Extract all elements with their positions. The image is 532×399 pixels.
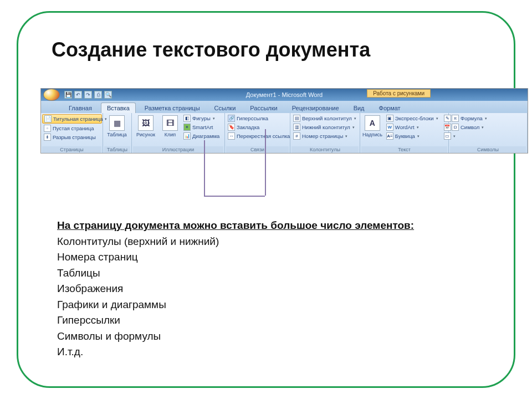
bookmark-button[interactable]: 🔖 Закладка <box>226 123 291 131</box>
table-label: Таблица <box>107 132 126 137</box>
footer-icon: ▥ <box>293 124 300 131</box>
print-icon[interactable]: ⎙ <box>94 91 102 99</box>
bookmark-label: Закладка <box>237 124 259 130</box>
group-links: 🔗 Гиперссылка 🔖 Закладка ↔ Перекрестная … <box>225 113 290 153</box>
wordart-icon: W <box>386 124 393 131</box>
hyperlink-button[interactable]: 🔗 Гиперссылка <box>226 114 291 122</box>
chevron-down-icon: ▾ <box>417 134 420 139</box>
redo-icon[interactable]: ↷ <box>84 91 92 99</box>
group-tables: ▦ Таблица Таблицы <box>103 113 132 153</box>
group-pages-label: Страницы <box>42 146 101 153</box>
chevron-down-icon: ▾ <box>354 116 356 121</box>
chevron-down-icon: ▾ <box>417 125 419 130</box>
pagenum-button[interactable]: # Номер страницы▾ <box>291 132 358 140</box>
body-intro: На страницу документа можно вставить бол… <box>57 218 414 234</box>
table-button[interactable]: ▦ Таблица <box>104 114 130 139</box>
list-item: Изображения <box>57 281 414 297</box>
picture-tools-context: Работа с рисунками <box>367 89 431 98</box>
chevron-down-icon: ▾ <box>482 125 484 130</box>
tab-insert[interactable]: Вставка <box>101 103 136 113</box>
equation-button[interactable]: π Формула▾ <box>450 114 489 122</box>
shapes-button[interactable]: ◧ Фигуры▾ <box>182 114 221 122</box>
chevron-down-icon: ▾ <box>436 116 438 121</box>
save-icon[interactable]: 💾 <box>64 91 72 99</box>
group-tables-label: Таблицы <box>104 146 130 153</box>
hyperlink-icon: 🔗 <box>228 115 235 122</box>
group-text-label: Текст <box>361 146 447 153</box>
equation-label: Формула <box>461 115 483 121</box>
office-button[interactable] <box>43 89 60 101</box>
header-label: Верхний колонтитул <box>302 115 352 121</box>
picture-label: Рисунок <box>136 132 155 137</box>
smartart-icon: ✦ <box>183 124 191 131</box>
clip-icon: 🎞 <box>162 115 178 131</box>
wordart-button[interactable]: W WordArt▾ <box>385 123 440 131</box>
group-illustrations-label: Иллюстрации <box>133 146 223 153</box>
tab-review[interactable]: Рецензирование <box>287 103 345 113</box>
title-bar: 💾 ↶ ↷ ⎙ 🔍 Документ1 - Microsoft Word Раб… <box>41 89 528 101</box>
group-symbols-label: Символы <box>450 146 526 153</box>
equation-icon: π <box>452 115 459 122</box>
hyperlink-label: Гиперссылка <box>237 115 268 121</box>
quickparts-label: Экспресс-блоки <box>395 115 434 121</box>
pagenum-label: Номер страницы <box>302 133 343 139</box>
chevron-down-icon: ▾ <box>213 116 215 121</box>
footer-button[interactable]: ▥ Нижний колонтитул▾ <box>291 123 358 131</box>
shapes-label: Фигуры <box>192 115 211 121</box>
undo-icon[interactable]: ↶ <box>74 91 82 99</box>
list-item: И.т.д. <box>57 344 414 360</box>
quickparts-button[interactable]: ▣ Экспресс-блоки▾ <box>385 114 440 122</box>
textbox-button[interactable]: A Надпись <box>361 114 383 139</box>
textbox-icon: A <box>365 115 380 131</box>
tab-view[interactable]: Вид <box>348 103 370 113</box>
header-button[interactable]: ▤ Верхний колонтитул▾ <box>291 114 358 122</box>
slide-frame: Создание текстового документа 💾 ↶ ↷ ⎙ 🔍 … <box>17 11 515 388</box>
group-symbols: π Формула▾ Ω Символ▾ Символы <box>449 113 528 153</box>
clip-label: Клип <box>165 132 176 137</box>
crossref-label: Перекрестная ссылка <box>237 133 290 139</box>
chart-button[interactable]: 📊 Диаграмма <box>182 132 221 140</box>
chevron-down-icon: ▾ <box>345 134 347 139</box>
pagenum-icon: # <box>293 132 300 140</box>
preview-icon[interactable]: 🔍 <box>104 91 112 99</box>
cover-page-button[interactable]: 📄 Титульная страница ▾ <box>42 114 102 124</box>
crossref-icon: ↔ <box>228 132 235 140</box>
symbol-icon: Ω <box>452 124 459 131</box>
picture-button[interactable]: 🖼 Рисунок <box>133 114 158 139</box>
annotation-line <box>204 196 265 197</box>
chart-label: Диаграмма <box>192 133 219 139</box>
annotation-line <box>204 140 205 196</box>
tab-home[interactable]: Главная <box>63 103 98 113</box>
group-text: A Надпись ▣ Экспресс-блоки▾ W WordArt▾ <box>360 113 449 153</box>
blank-page-label: Пустая страница <box>53 125 94 131</box>
footer-label: Нижний колонтитул <box>302 124 350 130</box>
clip-button[interactable]: 🎞 Клип <box>160 114 181 139</box>
dropcap-button[interactable]: A≡ Буквица▾ <box>385 132 440 140</box>
symbol-button[interactable]: Ω Символ▾ <box>450 123 489 131</box>
symbol-label: Символ <box>461 124 479 130</box>
cover-page-label: Титульная страница <box>53 116 103 122</box>
list-item: Символы и формулы <box>57 329 414 345</box>
smartart-button[interactable]: ✦ SmartArt <box>182 123 221 131</box>
table-icon: ▦ <box>109 115 125 131</box>
page-break-button[interactable]: ⇟ Разрыв страницы <box>42 133 102 141</box>
page-break-label: Разрыв страницы <box>53 134 96 140</box>
group-headerfooter-label: Колонтитулы <box>291 146 359 153</box>
chevron-down-icon: ▾ <box>352 125 355 130</box>
group-links-label: Связи <box>226 146 289 153</box>
slide-body: На страницу документа можно вставить бол… <box>57 218 414 360</box>
crossref-button[interactable]: ↔ Перекрестная ссылка <box>226 132 291 140</box>
smartart-label: SmartArt <box>192 124 213 130</box>
shapes-icon: ◧ <box>183 115 191 122</box>
list-item: Графики и диаграммы <box>57 297 414 313</box>
word-window: 💾 ↶ ↷ ⎙ 🔍 Документ1 - Microsoft Word Раб… <box>40 88 528 154</box>
cover-page-icon: 📄 <box>44 115 52 122</box>
blank-page-button[interactable]: ▫ Пустая страница <box>42 124 102 132</box>
tab-layout[interactable]: Разметка страницы <box>139 103 206 113</box>
dropcap-icon: A≡ <box>386 132 393 140</box>
slide-title: Создание текстового документа <box>52 38 370 62</box>
tab-mailings[interactable]: Рассылки <box>244 103 283 113</box>
tab-references[interactable]: Ссылки <box>209 103 242 113</box>
tab-format[interactable]: Формат <box>374 103 406 113</box>
ribbon: 📄 Титульная страница ▾ ▫ Пустая страница… <box>41 113 528 153</box>
